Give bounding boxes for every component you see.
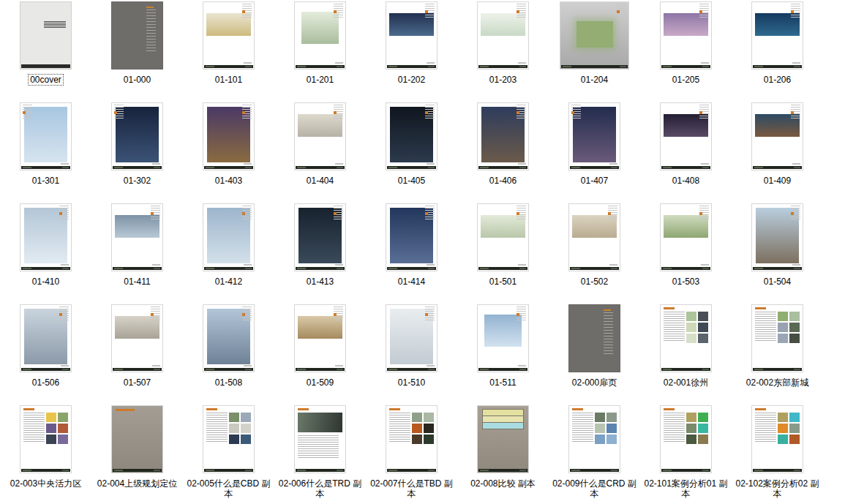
file-item[interactable]: 02-003中央活力区 [0, 405, 91, 504]
file-label[interactable]: 02-102案例分析02 副本 [732, 478, 823, 499]
file-item[interactable]: 01-410 [0, 203, 91, 304]
doc-image [686, 334, 696, 343]
file-label[interactable]: 01-101 [214, 75, 244, 85]
thumbnail [549, 304, 640, 373]
file-item[interactable]: 01-000 [91, 1, 183, 102]
file-item[interactable]: 02-102案例分析02 副本 [732, 405, 823, 504]
file-label[interactable]: 01-508 [214, 377, 244, 388]
file-item[interactable]: 01-508 [183, 304, 274, 405]
file-item[interactable]: 01-509 [274, 304, 366, 405]
file-label[interactable]: 02-003中央活力区 [9, 478, 83, 489]
file-item[interactable]: 01-411 [91, 203, 183, 304]
file-label[interactable]: 02-004上级规划定位 [96, 478, 179, 489]
file-item[interactable]: 01-511 [457, 304, 549, 405]
file-item[interactable]: 01-408 [640, 102, 732, 203]
file-item[interactable]: 01-407 [549, 102, 640, 203]
file-item[interactable]: 02-008比较 副本 [457, 405, 549, 504]
file-label[interactable]: 01-503 [671, 277, 701, 287]
file-label[interactable]: 01-408 [671, 176, 701, 186]
file-item[interactable]: 02-007什么是TBD 副本 [366, 405, 457, 504]
file-label[interactable]: 01-301 [31, 176, 61, 186]
file-label[interactable]: 01-202 [397, 75, 427, 85]
file-label[interactable]: 01-501 [488, 277, 518, 287]
file-item[interactable]: 01-403 [183, 102, 274, 203]
file-item[interactable]: 01-414 [366, 203, 457, 304]
doc-image [58, 435, 68, 444]
file-label[interactable]: 01-510 [397, 377, 427, 388]
file-label[interactable]: 01-507 [122, 377, 152, 388]
file-item[interactable]: 01-301 [0, 102, 91, 203]
file-label[interactable]: 02-101案例分析01 副本 [640, 478, 732, 499]
file-label[interactable]: 01-000 [122, 75, 152, 85]
file-item[interactable]: 01-409 [732, 102, 823, 203]
file-label[interactable]: 01-201 [305, 75, 335, 85]
file-item[interactable]: 01-405 [366, 102, 457, 203]
file-item[interactable]: 01-205 [640, 1, 732, 102]
file-item[interactable]: 01-507 [91, 304, 183, 405]
file-label[interactable]: 01-403 [214, 176, 244, 186]
file-label[interactable]: 01-406 [488, 176, 518, 186]
file-item[interactable]: 01-101 [183, 1, 274, 102]
file-item[interactable]: 02-001徐州 [640, 304, 732, 405]
file-item[interactable]: 01-202 [366, 1, 457, 102]
file-item[interactable]: 01-510 [366, 304, 457, 405]
file-label[interactable]: 01-206 [762, 75, 792, 85]
file-label[interactable]: 01-504 [762, 277, 792, 287]
page-number-text [152, 365, 160, 366]
file-label[interactable]: 02-008比较 副本 [469, 478, 537, 489]
file-label[interactable]: 01-407 [579, 176, 609, 186]
file-item[interactable]: 01-404 [274, 102, 366, 203]
file-label[interactable]: 01-412 [214, 277, 244, 287]
file-label[interactable]: 01-404 [305, 176, 335, 186]
file-item[interactable]: 02-002东部新城 [732, 304, 823, 405]
file-item[interactable]: 02-101案例分析01 副本 [640, 405, 732, 504]
file-item[interactable]: 00cover [0, 1, 91, 102]
file-item[interactable]: 01-201 [274, 1, 366, 102]
file-label[interactable]: 01-302 [122, 176, 152, 186]
page-footer-bar [113, 166, 162, 169]
file-label[interactable]: 01-502 [579, 277, 609, 287]
page-photo [111, 102, 163, 170]
file-label[interactable]: 01-409 [762, 176, 792, 186]
file-item[interactable]: 01-502 [549, 203, 640, 304]
file-label[interactable]: 01-410 [31, 277, 61, 287]
file-label[interactable]: 01-511 [488, 377, 517, 388]
file-item[interactable]: 01-206 [732, 1, 823, 102]
file-item[interactable]: 01-413 [274, 203, 366, 304]
file-item[interactable]: 01-504 [732, 203, 823, 304]
file-label[interactable]: 01-204 [579, 75, 609, 85]
cover-title-text [44, 21, 66, 28]
doc-image [606, 424, 617, 433]
file-label[interactable]: 01-411 [122, 277, 151, 287]
file-label[interactable]: 01-509 [305, 377, 335, 388]
file-label[interactable]: 02-006什么是TRD 副本 [274, 478, 366, 499]
file-label[interactable]: 01-405 [397, 176, 427, 186]
file-label[interactable]: 02-001徐州 [662, 377, 710, 388]
file-label[interactable]: 02-005什么是CBD 副本 [183, 478, 274, 499]
file-item[interactable]: 01-203 [457, 1, 549, 102]
file-label[interactable]: 01-414 [397, 277, 427, 287]
file-label[interactable]: 02-009什么是CRD 副本 [549, 478, 640, 499]
file-item[interactable]: 01-501 [457, 203, 549, 304]
file-item[interactable]: 01-406 [457, 102, 549, 203]
file-item[interactable]: 01-204 [549, 1, 640, 102]
file-item[interactable]: 02-005什么是CBD 副本 [183, 405, 274, 504]
file-item[interactable]: 01-506 [0, 304, 91, 405]
file-label[interactable]: 01-413 [305, 277, 335, 287]
file-item[interactable]: 01-302 [91, 102, 183, 203]
file-label[interactable]: 00cover [29, 75, 63, 85]
file-item[interactable]: 02-004上级规划定位 [91, 405, 183, 504]
file-item[interactable]: 01-503 [640, 203, 732, 304]
file-label[interactable]: 01-506 [31, 377, 61, 388]
page-footer-bar [753, 65, 802, 68]
file-label[interactable]: 01-205 [671, 75, 701, 85]
file-label[interactable]: 01-203 [488, 75, 518, 85]
file-item[interactable]: 02-006什么是TRD 副本 [274, 405, 366, 504]
page-footer-bar [113, 368, 162, 371]
file-item[interactable]: 02-009什么是CRD 副本 [549, 405, 640, 504]
file-item[interactable]: 01-412 [183, 203, 274, 304]
file-label[interactable]: 02-000扉页 [571, 377, 618, 388]
file-label[interactable]: 02-007什么是TBD 副本 [366, 478, 457, 499]
file-label[interactable]: 02-002东部新城 [745, 377, 810, 388]
file-item[interactable]: 02-000扉页 [549, 304, 640, 405]
